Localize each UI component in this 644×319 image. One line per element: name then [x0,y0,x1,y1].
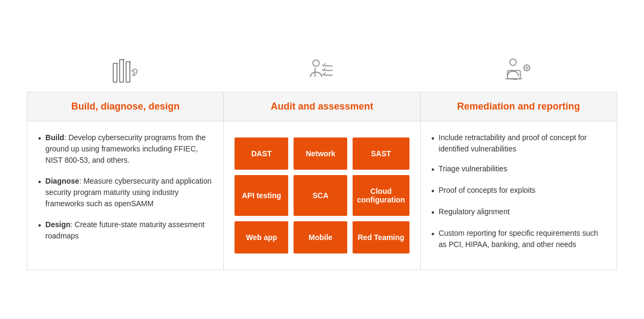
svg-point-6 [313,60,319,67]
red-teaming-btn[interactable]: Red Teaming [353,221,409,253]
build-rest-1: : Develop cybersecurity programs from th… [46,133,206,164]
remediation-bullet-1-text: Include retractability and proof of conc… [438,132,606,155]
api-testing-btn[interactable]: API testing [235,175,288,216]
svg-line-24 [524,70,524,70]
checklist-icon [306,55,338,88]
remediation-icon-cell [420,49,617,92]
laptop-gear-icon [503,55,535,88]
tools-icon [109,55,141,88]
remediation-bullet-1: Include retractability and proof of conc… [431,132,606,155]
sast-btn[interactable]: SAST [353,137,409,170]
remediation-bullet-list: Include retractability and proof of conc… [431,132,606,250]
svg-line-23 [529,65,529,66]
build-bullet-1: Build: Develop cybersecurity programs fr… [38,132,213,166]
remediation-bullet-3-text: Proof of concepts for exploits [438,185,536,196]
columns-row: Build, diagnose, design Build: Develop c… [27,92,617,270]
remediation-body: Include retractability and proof of conc… [421,121,617,270]
diagnose-bold: Diagnose [46,177,79,185]
svg-rect-2 [126,62,130,82]
icons-row [27,49,617,92]
main-container: Build, diagnose, design Build: Develop c… [27,49,617,270]
svg-point-11 [510,59,516,66]
svg-point-15 [524,65,529,70]
svg-line-22 [529,70,529,70]
audit-grid: DAST Network SAST API testing SCA Cloud … [229,127,414,264]
svg-point-16 [526,67,528,68]
build-icon-cell [27,49,224,92]
remediation-column: Remediation and reporting Include retrac… [421,92,617,270]
remediation-bullet-5: Custom reporting for specific requiremen… [431,228,606,250]
remediation-bullet-2-text: Triage vulnerabilities [438,163,507,175]
svg-rect-0 [113,63,117,82]
audit-header: Audit and assessment [224,92,420,121]
remediation-bullet-5-text: Custom reporting for specific requiremen… [438,228,606,250]
remediation-header: Remediation and reporting [421,92,617,121]
network-btn[interactable]: Network [294,137,347,170]
remediation-bullet-2: Triage vulnerabilities [431,163,606,176]
sca-btn[interactable]: SCA [294,175,347,216]
remediation-bullet-3: Proof of concepts for exploits [431,185,606,198]
build-bullet-list: Build: Develop cybersecurity programs fr… [38,132,213,242]
build-body: Build: Develop cybersecurity programs fr… [27,121,223,262]
build-header: Build, diagnose, design [27,92,223,121]
svg-rect-1 [120,60,123,82]
design-bold: Design [46,220,71,229]
svg-line-21 [524,65,524,66]
audit-icon-cell [224,49,421,92]
audit-body: DAST Network SAST API testing SCA Cloud … [224,121,420,270]
build-bullet-1-text: Build: Develop cybersecurity programs fr… [46,132,213,166]
build-bullet-2: Diagnose: Measure cybersecurity and appl… [38,176,213,209]
audit-column: Audit and assessment DAST Network SAST A… [224,92,420,270]
remediation-bullet-4-text: Regulatory alignment [438,206,509,218]
cloud-config-btn[interactable]: Cloud configuration [353,175,409,216]
dast-btn[interactable]: DAST [235,137,288,170]
web-app-btn[interactable]: Web app [235,221,288,253]
mobile-btn[interactable]: Mobile [294,221,347,253]
build-column: Build, diagnose, design Build: Develop c… [27,92,224,270]
build-bullet-3-text: Design: Create future-state maturity ass… [46,219,213,242]
build-bold: Build [46,133,64,142]
remediation-bullet-4: Regulatory alignment [431,206,606,219]
build-bullet-2-text: Diagnose: Measure cybersecurity and appl… [46,176,213,209]
build-bullet-3: Design: Create future-state maturity ass… [38,219,213,242]
